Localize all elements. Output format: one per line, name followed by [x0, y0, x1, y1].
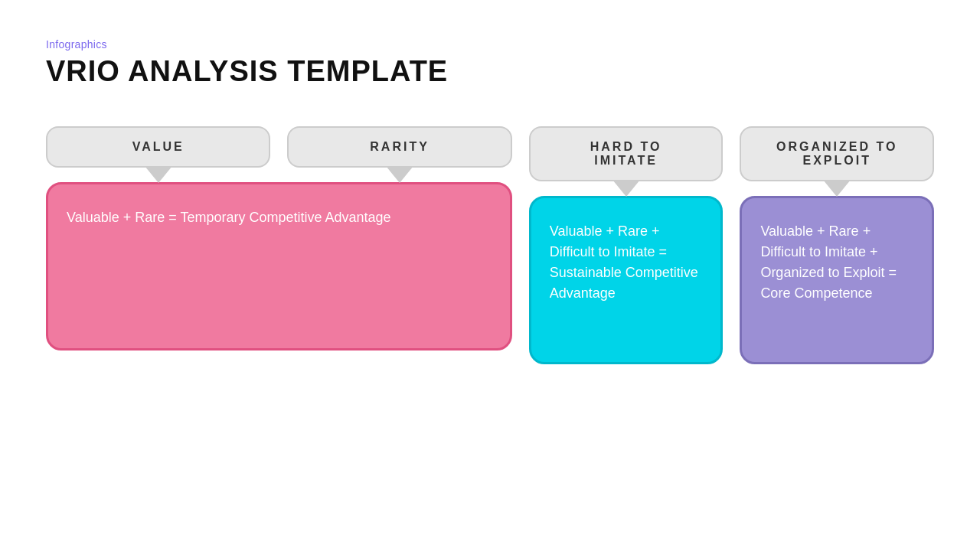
hard-to-imitate-content-text: Valuable + Rare + Difficult to Imitate =… — [550, 221, 703, 304]
hard-to-imitate-wrapper: HARD TO IMITATE Valuable + Rare + Diffic… — [529, 126, 724, 364]
double-bubbles: VALUE RARITY — [46, 126, 512, 182]
organized-to-exploit-tail — [825, 181, 849, 196]
double-content-box: Valuable + Rare = Temporary Competitive … — [46, 182, 512, 350]
organized-to-exploit-line2: EXPLOIT — [802, 154, 871, 167]
hard-to-imitate-tail — [614, 181, 639, 196]
hard-to-imitate-line1: HARD TO — [590, 140, 662, 153]
main-title: VRIO ANALYSIS TEMPLATE — [46, 55, 934, 88]
organized-to-exploit-line1: ORGANIZED TO — [776, 140, 897, 153]
organized-to-exploit-bubble: ORGANIZED TO EXPLOIT — [740, 126, 934, 181]
rarity-bubble-tail — [387, 167, 412, 182]
page: Infographics VRIO ANALYSIS TEMPLATE VALU… — [0, 0, 980, 551]
organized-to-exploit-wrapper: ORGANIZED TO EXPLOIT Valuable + Rare + D… — [740, 126, 934, 364]
double-content-text: Valuable + Rare = Temporary Competitive … — [67, 207, 492, 228]
double-card-wrapper: VALUE RARITY Valuable + Rare = Temporary… — [46, 126, 512, 350]
header: Infographics VRIO ANALYSIS TEMPLATE — [46, 38, 934, 88]
hard-to-imitate-bubble: HARD TO IMITATE — [529, 126, 724, 181]
infographics-label: Infographics — [46, 38, 934, 51]
value-bubble-wrapper: VALUE — [46, 126, 270, 182]
rarity-bubble-label: RARITY — [287, 126, 511, 168]
cards-container: VALUE RARITY Valuable + Rare = Temporary… — [46, 126, 934, 364]
hard-to-imitate-content-box: Valuable + Rare + Difficult to Imitate =… — [529, 196, 724, 364]
value-bubble-label: VALUE — [46, 126, 270, 168]
value-bubble-tail — [146, 167, 171, 182]
rarity-bubble-wrapper: RARITY — [287, 126, 511, 182]
hard-to-imitate-line2: IMITATE — [594, 154, 658, 167]
organized-to-exploit-content-text: Valuable + Rare + Difficult to Imitate +… — [760, 221, 913, 304]
organized-to-exploit-content-box: Valuable + Rare + Difficult to Imitate +… — [740, 196, 934, 364]
